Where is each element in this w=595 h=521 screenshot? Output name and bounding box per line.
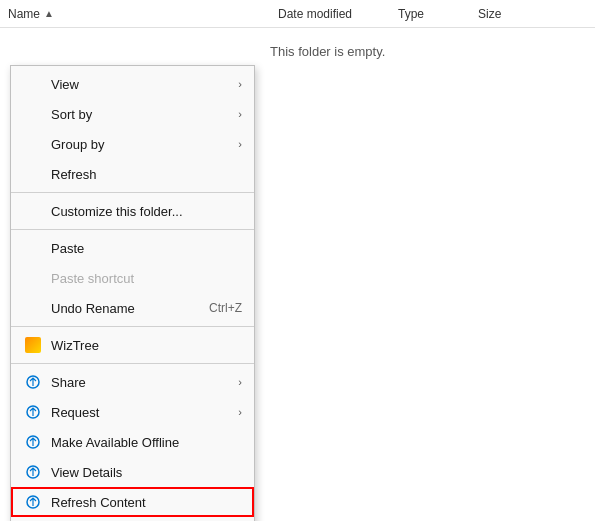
- sort-by-arrow: ›: [238, 108, 242, 120]
- column-size[interactable]: Size: [478, 7, 538, 21]
- menu-item-paste-shortcut: Paste shortcut: [11, 263, 254, 293]
- menu-item-wiztree[interactable]: WizTree: [11, 330, 254, 360]
- menu-item-paste[interactable]: Paste: [11, 233, 254, 263]
- menu-item-undo-rename[interactable]: Undo Rename Ctrl+Z: [11, 293, 254, 323]
- group-by-icon: [23, 134, 43, 154]
- undo-rename-shortcut: Ctrl+Z: [209, 301, 242, 315]
- menu-item-group-by-label: Group by: [51, 137, 238, 152]
- menu-item-paste-shortcut-label: Paste shortcut: [51, 271, 242, 286]
- undo-rename-icon: [23, 298, 43, 318]
- menu-item-wiztree-label: WizTree: [51, 338, 242, 353]
- menu-item-paste-label: Paste: [51, 241, 242, 256]
- request-arrow: ›: [238, 406, 242, 418]
- customize-folder-icon: [23, 201, 43, 221]
- menu-item-share[interactable]: Share ›: [11, 367, 254, 397]
- column-name-label: Name: [8, 7, 40, 21]
- menu-item-customize-folder[interactable]: Customize this folder...: [11, 196, 254, 226]
- request-sync-icon: [23, 402, 43, 422]
- group-by-arrow: ›: [238, 138, 242, 150]
- column-headers: Name ▲ Date modified Type Size: [0, 0, 595, 28]
- column-type-label: Type: [398, 7, 424, 21]
- menu-item-refresh[interactable]: Refresh: [11, 159, 254, 189]
- menu-item-offline-label: Make Available Offline: [51, 435, 242, 450]
- column-type[interactable]: Type: [398, 7, 478, 21]
- paste-icon: [23, 238, 43, 258]
- paste-shortcut-icon: [23, 268, 43, 288]
- divider-4: [11, 363, 254, 364]
- refresh-content-sync-icon: [23, 492, 43, 512]
- column-name[interactable]: Name ▲: [8, 7, 278, 21]
- menu-item-request-label: Request: [51, 405, 238, 420]
- menu-item-refresh-label: Refresh: [51, 167, 242, 182]
- menu-item-more-options[interactable]: More Options ›: [11, 517, 254, 521]
- menu-item-refresh-content-label: Refresh Content: [51, 495, 242, 510]
- menu-item-view-details-label: View Details: [51, 465, 242, 480]
- menu-item-customize-label: Customize this folder...: [51, 204, 242, 219]
- menu-item-undo-rename-label: Undo Rename: [51, 301, 209, 316]
- menu-item-view-label: View: [51, 77, 238, 92]
- share-arrow: ›: [238, 376, 242, 388]
- offline-sync-icon: [23, 432, 43, 452]
- wiztree-icon: [23, 335, 43, 355]
- divider-2: [11, 229, 254, 230]
- menu-item-refresh-content[interactable]: Refresh Content: [11, 487, 254, 517]
- menu-item-share-label: Share: [51, 375, 238, 390]
- view-details-sync-icon: [23, 462, 43, 482]
- divider-1: [11, 192, 254, 193]
- menu-item-sort-by[interactable]: Sort by ›: [11, 99, 254, 129]
- wiztree-app-icon: [25, 337, 41, 353]
- divider-3: [11, 326, 254, 327]
- context-menu: View › Sort by › Group by › Refresh Cust…: [10, 65, 255, 521]
- refresh-icon: [23, 164, 43, 184]
- sort-arrow: ▲: [44, 8, 54, 19]
- view-arrow: ›: [238, 78, 242, 90]
- menu-item-make-available-offline[interactable]: Make Available Offline: [11, 427, 254, 457]
- view-icon: [23, 74, 43, 94]
- menu-item-group-by[interactable]: Group by ›: [11, 129, 254, 159]
- sort-by-icon: [23, 104, 43, 124]
- column-size-label: Size: [478, 7, 501, 21]
- menu-item-view-details[interactable]: View Details: [11, 457, 254, 487]
- share-sync-icon: [23, 372, 43, 392]
- empty-folder-message: This folder is empty.: [270, 44, 385, 59]
- menu-item-sort-by-label: Sort by: [51, 107, 238, 122]
- menu-item-request[interactable]: Request ›: [11, 397, 254, 427]
- column-date-modified[interactable]: Date modified: [278, 7, 398, 21]
- column-date-label: Date modified: [278, 7, 352, 21]
- menu-item-view[interactable]: View ›: [11, 69, 254, 99]
